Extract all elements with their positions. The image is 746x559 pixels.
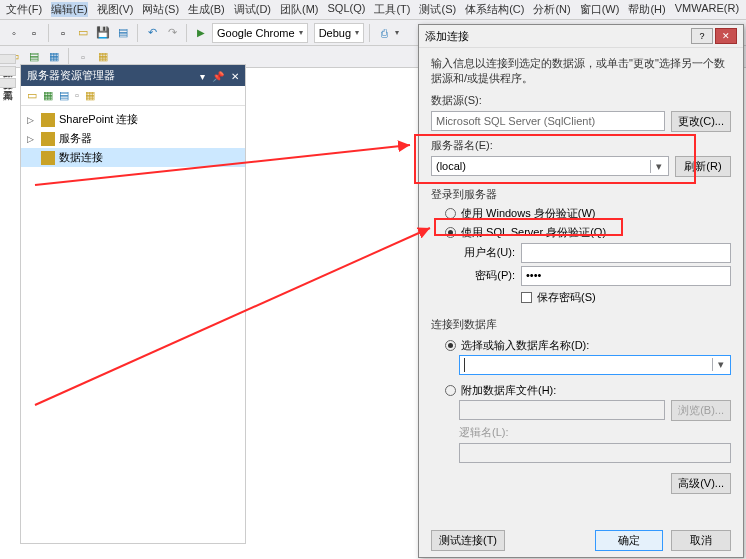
radio-icon	[445, 208, 456, 219]
panel-title-bar: 服务器资源管理器 ▾ 📌 ✕	[21, 65, 245, 86]
sharepoint-icon	[41, 113, 55, 127]
panel-toolbar: ▭ ▦ ▤ ▫ ▦	[21, 86, 245, 106]
add-connection-dialog: 添加连接 ? ✕ 输入信息以连接到选定的数据源，或单击"更改"选择另一个数据源和…	[418, 24, 744, 558]
config-dropdown[interactable]: Debug ▾	[314, 23, 364, 43]
menu-item[interactable]: 帮助(H)	[628, 2, 665, 17]
chevron-icon: ▷	[27, 134, 37, 144]
datasource-field: Microsoft SQL Server (SqlClient)	[431, 111, 665, 131]
add-icon[interactable]: ▦	[43, 89, 53, 102]
select-db-radio[interactable]: 选择或输入数据库名称(D):	[445, 338, 731, 353]
tool-icon[interactable]: ⎙	[375, 24, 393, 42]
menu-item[interactable]: 窗口(W)	[580, 2, 620, 17]
password-label: 密码(P):	[459, 268, 515, 283]
radio-label: 附加数据库文件(H):	[461, 383, 556, 398]
dbname-combo[interactable]: ▾	[459, 355, 731, 375]
dropdown-icon[interactable]: ▾	[200, 71, 205, 82]
new-icon[interactable]: ▫	[54, 24, 72, 42]
server-icon[interactable]: ▤	[59, 89, 69, 102]
chevron-icon: ▷	[27, 115, 37, 125]
change-button[interactable]: 更改(C)...	[671, 111, 731, 132]
menu-item[interactable]: 测试(S)	[419, 2, 456, 17]
menu-item[interactable]: 团队(M)	[280, 2, 319, 17]
menu-item[interactable]: VMWARE(R)	[675, 2, 739, 17]
panel-title: 服务器资源管理器	[27, 68, 115, 83]
server-explorer-panel: 服务器资源管理器 ▾ 📌 ✕ ▭ ▦ ▤ ▫ ▦ ▷SharePoint 连接▷…	[20, 64, 246, 544]
close-icon[interactable]: ✕	[231, 71, 239, 82]
refresh-button[interactable]: 刷新(R)	[675, 156, 731, 177]
auth-sql-radio[interactable]: 使用 SQL Server 身份验证(Q)	[445, 225, 731, 240]
advanced-button[interactable]: 高级(V)...	[671, 473, 731, 494]
connect-icon[interactable]: ▭	[27, 89, 37, 102]
dialog-title-bar: 添加连接 ? ✕	[419, 25, 743, 48]
tree: ▷SharePoint 连接▷服务器数据连接	[21, 106, 245, 171]
db-icon[interactable]: ▤	[25, 48, 43, 66]
menu-item[interactable]: 分析(N)	[533, 2, 570, 17]
attach-db-radio[interactable]: 附加数据库文件(H):	[445, 383, 731, 398]
username-input[interactable]	[521, 243, 731, 263]
tree-item-label: 数据连接	[59, 150, 103, 165]
save-password-checkbox[interactable]: 保存密码(S)	[521, 290, 731, 305]
radio-icon	[445, 227, 456, 238]
server-value: (local)	[436, 160, 466, 172]
checkbox-icon	[521, 292, 532, 303]
tree-item-label: 服务器	[59, 131, 92, 146]
browser-label: Google Chrome	[217, 27, 295, 39]
close-button[interactable]: ✕	[715, 28, 737, 44]
login-section-label: 登录到服务器	[431, 187, 731, 202]
vertical-tab[interactable]: 工具箱	[0, 78, 16, 88]
chevron-down-icon: ▾	[712, 358, 728, 371]
radio-label: 使用 SQL Server 身份验证(Q)	[461, 225, 606, 240]
save-icon[interactable]: 💾	[94, 24, 112, 42]
auth-windows-radio[interactable]: 使用 Windows 身份验证(W)	[445, 206, 731, 221]
test-connection-button[interactable]: 测试连接(T)	[431, 530, 505, 551]
chevron-down-icon: ▾	[299, 28, 303, 37]
datasource-label: 数据源(S):	[431, 93, 731, 108]
redo-icon[interactable]: ↷	[163, 24, 181, 42]
menu-item[interactable]: 生成(B)	[188, 2, 225, 17]
menu-item[interactable]: 体系结构(C)	[465, 2, 524, 17]
menu-item[interactable]: 文件(F)	[6, 2, 42, 17]
save-all-icon[interactable]: ▤	[114, 24, 132, 42]
db-icon	[41, 151, 55, 165]
logical-name-input	[459, 443, 731, 463]
dbname-value	[464, 358, 465, 372]
menu-item[interactable]: 视图(V)	[97, 2, 134, 17]
menu-item[interactable]: 调试(D)	[234, 2, 271, 17]
browse-button: 浏览(B)...	[671, 400, 731, 421]
help-button[interactable]: ?	[691, 28, 713, 44]
chevron-down-icon: ▾	[355, 28, 359, 37]
attach-file-input	[459, 400, 665, 420]
vertical-tab[interactable]: 服务器资源管理器	[0, 66, 16, 76]
server-icon[interactable]: ▦	[45, 48, 63, 66]
tree-item[interactable]: ▷SharePoint 连接	[21, 110, 245, 129]
ok-button[interactable]: 确定	[595, 530, 663, 551]
username-label: 用户名(U):	[459, 245, 515, 260]
vertical-tab[interactable]: 数据源	[0, 54, 16, 64]
server-combo[interactable]: (local) ▾	[431, 156, 669, 176]
pin-icon[interactable]: 📌	[212, 71, 224, 82]
menu-item[interactable]: SQL(Q)	[328, 2, 366, 17]
play-icon[interactable]: ▶	[192, 24, 210, 42]
open-icon[interactable]: ▭	[74, 24, 92, 42]
dialog-title: 添加连接	[425, 29, 469, 44]
tree-item[interactable]: 数据连接	[21, 148, 245, 167]
tree-item[interactable]: ▷服务器	[21, 129, 245, 148]
radio-label: 使用 Windows 身份验证(W)	[461, 206, 595, 221]
db-section-label: 连接到数据库	[431, 317, 731, 332]
cancel-button[interactable]: 取消	[671, 530, 731, 551]
refresh-icon[interactable]: ▦	[85, 89, 95, 102]
menu-item[interactable]: 编辑(E)	[51, 2, 88, 17]
radio-icon	[445, 340, 456, 351]
undo-icon[interactable]: ↶	[143, 24, 161, 42]
menu-item[interactable]: 网站(S)	[142, 2, 179, 17]
stop-icon[interactable]: ▫	[75, 89, 79, 102]
browser-dropdown[interactable]: Google Chrome ▾	[212, 23, 308, 43]
chevron-down-icon: ▾	[650, 160, 666, 173]
password-input[interactable]: ••••	[521, 266, 731, 286]
grid-icon[interactable]: ▦	[94, 48, 112, 66]
back-icon[interactable]: ◦	[5, 24, 23, 42]
refresh-icon[interactable]: ▫	[74, 48, 92, 66]
forward-icon[interactable]: ▫	[25, 24, 43, 42]
menu-item[interactable]: 工具(T)	[374, 2, 410, 17]
dialog-note: 输入信息以连接到选定的数据源，或单击"更改"选择另一个数据源和/或提供程序。	[431, 56, 731, 87]
